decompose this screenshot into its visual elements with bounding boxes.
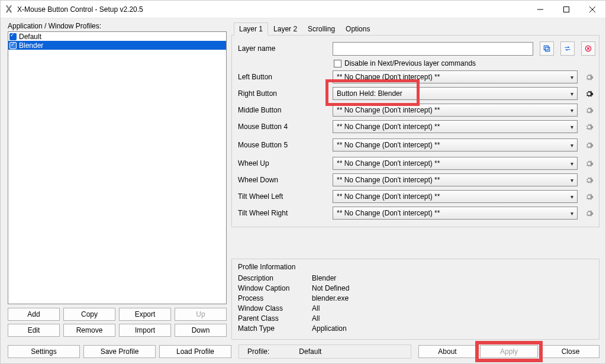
binding-label: Mouse Button 4 (238, 123, 328, 131)
checkbox-icon (9, 42, 17, 49)
gear-icon[interactable] (582, 138, 595, 152)
gear-icon[interactable] (582, 190, 595, 203)
checkbox-icon (9, 33, 17, 40)
binding-combo[interactable]: Button Held: Blender (333, 87, 578, 100)
binding-value: ** No Change (Don't intercept) ** (337, 159, 440, 167)
profile-selector: Profile: Default (238, 344, 411, 359)
binding-label: Wheel Down (238, 176, 328, 184)
binding-combo[interactable]: ** No Change (Don't intercept) ** (333, 138, 578, 152)
profile-info-key: Parent Class (238, 314, 312, 323)
tab-options[interactable]: Options (340, 22, 375, 36)
binding-label: Mouse Button 5 (238, 141, 328, 149)
add-button[interactable]: Add (8, 308, 60, 321)
layer-name-input[interactable] (333, 42, 533, 56)
tab-scrolling[interactable]: Scrolling (302, 22, 340, 36)
copy-button[interactable]: Copy (63, 308, 115, 321)
gear-icon[interactable] (582, 173, 595, 186)
binding-value: ** No Change (Don't intercept) ** (337, 176, 440, 184)
disable-label: Disable in Next/Previous layer commands (344, 59, 476, 67)
profile-item[interactable]: Default (8, 32, 226, 41)
close-window-button[interactable] (579, 1, 605, 18)
binding-label: Middle Button (238, 106, 328, 114)
binding-value: ** No Change (Don't intercept) ** (337, 141, 440, 149)
tab-layer2[interactable]: Layer 2 (268, 22, 302, 36)
profiles-list[interactable]: Default Blender (8, 31, 227, 304)
binding-combo[interactable]: ** No Change (Don't intercept) ** (333, 120, 578, 133)
binding-combo[interactable]: ** No Change (Don't intercept) ** (333, 157, 578, 170)
up-button[interactable]: Up (175, 308, 227, 321)
binding-value: Button Held: Blender (337, 89, 402, 98)
profile-info-panel: Profile Information DescriptionBlenderWi… (231, 259, 599, 340)
binding-combo[interactable]: ** No Change (Don't intercept) ** (333, 207, 578, 220)
profiles-heading: Application / Window Profiles: (8, 22, 227, 30)
binding-value: ** No Change (Don't intercept) ** (337, 209, 440, 217)
binding-value: ** No Change (Don't intercept) ** (337, 73, 440, 81)
settings-button[interactable]: Settings (8, 345, 80, 358)
down-button[interactable]: Down (175, 324, 227, 337)
export-button[interactable]: Export (119, 308, 171, 321)
profile-info-value: All (312, 304, 320, 313)
gear-icon[interactable] (582, 120, 595, 133)
profile-value: Default (299, 347, 321, 356)
binding-label: Left Button (238, 73, 328, 81)
gear-icon[interactable] (582, 70, 595, 83)
binding-value: ** No Change (Don't intercept) ** (337, 123, 440, 131)
edit-button[interactable]: Edit (8, 324, 60, 337)
app-icon (4, 5, 14, 14)
close-button[interactable]: Close (541, 345, 599, 358)
save-profile-button[interactable]: Save Profile (83, 345, 156, 358)
gear-icon[interactable] (582, 207, 595, 220)
disable-checkbox[interactable] (334, 60, 341, 67)
profile-info-key: Process (238, 294, 312, 302)
window-title: X-Mouse Button Control - Setup v2.20.5 (17, 5, 527, 14)
binding-label: Right Button (238, 89, 328, 98)
profile-label: Profile: (247, 347, 269, 356)
swap-layer-button[interactable] (560, 41, 575, 56)
profile-info-value: Application (312, 324, 347, 333)
copy-layer-button[interactable] (540, 41, 554, 56)
profile-info-value: Not Defined (312, 284, 349, 292)
import-button[interactable]: Import (119, 324, 171, 337)
titlebar: X-Mouse Button Control - Setup v2.20.5 (1, 1, 605, 18)
profile-info-value: blender.exe (312, 294, 349, 302)
profile-info-key: Description (238, 274, 312, 282)
svg-rect-0 (564, 7, 569, 12)
binding-value: ** No Change (Don't intercept) ** (337, 106, 440, 114)
binding-label: Tilt Wheel Left (238, 192, 328, 201)
profile-info-value: Blender (312, 274, 336, 282)
binding-label: Wheel Up (238, 159, 328, 167)
profile-info-value: All (312, 314, 320, 323)
binding-combo[interactable]: ** No Change (Don't intercept) ** (333, 104, 578, 117)
binding-combo[interactable]: ** No Change (Don't intercept) ** (333, 190, 578, 203)
profile-info-key: Match Type (238, 324, 312, 333)
gear-icon[interactable] (582, 87, 595, 100)
gear-icon[interactable] (582, 157, 595, 170)
apply-button[interactable]: Apply (480, 345, 538, 358)
about-button[interactable]: About (418, 345, 476, 358)
layer-name-label: Layer name (238, 44, 328, 53)
load-profile-button[interactable]: Load Profile (159, 345, 231, 358)
profile-info-key: Window Class (238, 304, 312, 313)
svg-rect-2 (544, 46, 548, 50)
binding-label: Tilt Wheel Right (238, 209, 328, 217)
tab-bar: Layer 1 Layer 2 Scrolling Options (231, 22, 599, 36)
binding-value: ** No Change (Don't intercept) ** (337, 192, 440, 201)
revert-layer-button[interactable] (581, 41, 595, 56)
profile-info-key: Window Caption (238, 284, 312, 292)
gear-icon[interactable] (582, 104, 595, 117)
profile-item-label: Blender (19, 41, 43, 50)
svg-rect-1 (546, 47, 550, 51)
binding-combo[interactable]: ** No Change (Don't intercept) ** (333, 70, 578, 83)
remove-button[interactable]: Remove (63, 324, 115, 337)
maximize-button[interactable] (553, 1, 579, 18)
profile-info-title: Profile Information (238, 263, 593, 271)
tab-layer1[interactable]: Layer 1 (234, 22, 268, 36)
profile-item[interactable]: Blender (8, 41, 226, 50)
profile-item-label: Default (19, 33, 41, 41)
minimize-button[interactable] (527, 1, 553, 18)
binding-combo[interactable]: ** No Change (Don't intercept) ** (333, 173, 578, 186)
